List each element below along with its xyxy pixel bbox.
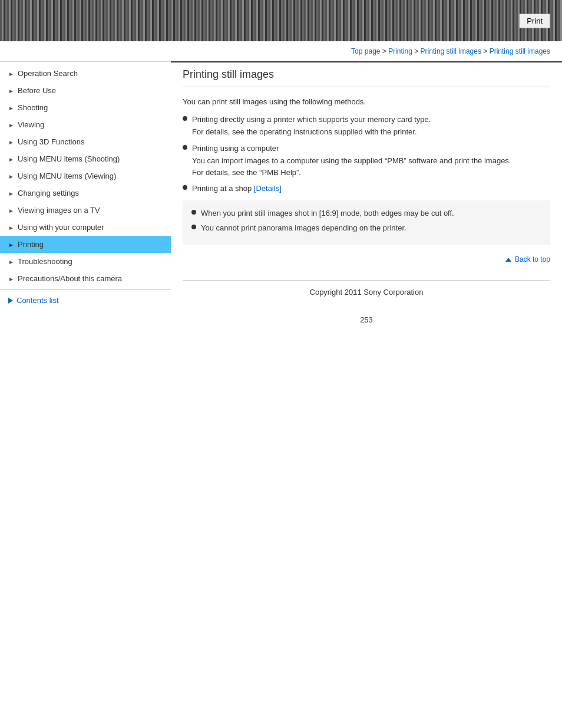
sidebar-label: Operation Search bbox=[18, 69, 78, 78]
sidebar-label: Before Use bbox=[18, 86, 56, 95]
sidebar-label: Using with your computer bbox=[18, 223, 104, 232]
bullet-dot bbox=[183, 145, 187, 150]
intro-text: You can print still images using the fol… bbox=[183, 96, 550, 108]
bullet-dot bbox=[183, 185, 187, 190]
methods-list: Printing directly using a printer which … bbox=[183, 114, 550, 195]
sidebar-label: Using MENU items (Shooting) bbox=[18, 154, 120, 163]
sidebar-label: Shooting bbox=[18, 103, 48, 112]
sidebar-label: Viewing images on a TV bbox=[18, 206, 100, 215]
copyright-text: Copyright 2011 Sony Corporation bbox=[310, 288, 424, 297]
sidebar-item-operation-search[interactable]: ► Operation Search bbox=[0, 65, 171, 82]
breadcrumb-sep3: > bbox=[483, 47, 489, 55]
sidebar-item-computer[interactable]: ► Using with your computer bbox=[0, 219, 171, 236]
arrow-icon: ► bbox=[8, 242, 14, 248]
breadcrumb-printing-still2[interactable]: Printing still images bbox=[490, 47, 550, 55]
sidebar-item-viewing-tv[interactable]: ► Viewing images on a TV bbox=[0, 202, 171, 219]
sidebar-item-precautions[interactable]: ► Precautions/About this camera bbox=[0, 270, 171, 287]
arrow-icon: ► bbox=[8, 122, 14, 128]
details-link[interactable]: [Details] bbox=[254, 184, 282, 193]
sidebar-label: Using MENU items (Viewing) bbox=[18, 172, 116, 180]
contents-list-link[interactable]: Contents list bbox=[0, 289, 171, 311]
back-to-top-label: Back to top bbox=[515, 255, 550, 263]
sidebar-item-troubleshooting[interactable]: ► Troubleshooting bbox=[0, 253, 171, 270]
sidebar-item-printing[interactable]: ► Printing bbox=[0, 236, 171, 253]
breadcrumb-sep1: > bbox=[382, 47, 388, 55]
arrow-icon: ► bbox=[8, 225, 14, 230]
arrow-icon: ► bbox=[8, 276, 14, 282]
footer: Copyright 2011 Sony Corporation bbox=[183, 280, 550, 304]
method-1: Printing directly using a printer which … bbox=[192, 114, 550, 138]
note-text-1: When you print still images shot in [16:… bbox=[201, 207, 454, 219]
back-to-top-link[interactable]: Back to top bbox=[505, 255, 550, 263]
page-title: Printing still images bbox=[183, 62, 550, 87]
arrow-icon: ► bbox=[8, 190, 14, 196]
sidebar: ► Operation Search ► Before Use ► Shooti… bbox=[0, 61, 171, 348]
page-number: 253 bbox=[183, 304, 550, 336]
list-item: Printing using a computer You can import… bbox=[183, 143, 550, 179]
triangle-icon bbox=[505, 258, 511, 262]
contents-list-label: Contents list bbox=[16, 296, 59, 305]
note-item-1: When you print still images shot in [16:… bbox=[191, 207, 541, 219]
arrow-icon: ► bbox=[8, 207, 14, 213]
sidebar-label: Troubleshooting bbox=[18, 257, 72, 266]
header-bar: Print bbox=[0, 0, 562, 41]
sidebar-item-shooting[interactable]: ► Shooting bbox=[0, 99, 171, 116]
breadcrumb-printing-still1[interactable]: Printing still images bbox=[421, 47, 481, 55]
sidebar-item-before-use[interactable]: ► Before Use bbox=[0, 82, 171, 99]
arrow-icon: ► bbox=[8, 259, 14, 265]
note-box: When you print still images shot in [16:… bbox=[183, 200, 550, 245]
print-button[interactable]: Print bbox=[519, 14, 550, 28]
sidebar-label: Changing settings bbox=[18, 189, 79, 197]
sidebar-item-viewing[interactable]: ► Viewing bbox=[0, 116, 171, 133]
sidebar-item-menu-viewing[interactable]: ► Using MENU items (Viewing) bbox=[0, 167, 171, 185]
arrow-icon: ► bbox=[8, 88, 14, 94]
note-text-2: You cannot print panorama images dependi… bbox=[201, 222, 406, 234]
sidebar-item-menu-shooting[interactable]: ► Using MENU items (Shooting) bbox=[0, 150, 171, 167]
main-layout: ► Operation Search ► Before Use ► Shooti… bbox=[0, 61, 562, 348]
method-2-sub: You can import images to a computer usin… bbox=[192, 155, 550, 178]
sidebar-item-3d-functions[interactable]: ► Using 3D Functions bbox=[0, 133, 171, 150]
breadcrumb: Top page > Printing > Printing still ima… bbox=[0, 41, 562, 61]
sidebar-label: Printing bbox=[18, 240, 44, 249]
arrow-icon: ► bbox=[8, 156, 14, 162]
arrow-icon: ► bbox=[8, 139, 14, 145]
arrow-icon: ► bbox=[8, 105, 14, 111]
bullet-dot bbox=[183, 116, 187, 121]
sidebar-item-changing-settings[interactable]: ► Changing settings bbox=[0, 185, 171, 202]
breadcrumb-printing[interactable]: Printing bbox=[388, 47, 412, 55]
sidebar-label: Precautions/About this camera bbox=[18, 274, 122, 283]
sidebar-label: Viewing bbox=[18, 120, 44, 129]
content-area: Printing still images You can print stil… bbox=[171, 61, 562, 348]
arrow-icon: ► bbox=[8, 71, 14, 77]
note-item-2: You cannot print panorama images dependi… bbox=[191, 222, 541, 234]
method-3: Printing at a shop [Details] bbox=[192, 183, 550, 195]
list-item: Printing at a shop [Details] bbox=[183, 183, 550, 195]
list-item: Printing directly using a printer which … bbox=[183, 114, 550, 138]
arrow-right-icon bbox=[8, 298, 13, 304]
note-dot bbox=[191, 225, 196, 229]
notes-list: When you print still images shot in [16:… bbox=[191, 207, 541, 234]
arrow-icon: ► bbox=[8, 173, 14, 179]
method-1-sub: For details, see the operating instructi… bbox=[192, 126, 550, 138]
method-2: Printing using a computer You can import… bbox=[192, 143, 550, 179]
back-to-top: Back to top bbox=[183, 251, 550, 268]
sidebar-label: Using 3D Functions bbox=[18, 137, 84, 146]
breadcrumb-top[interactable]: Top page bbox=[351, 47, 380, 55]
breadcrumb-sep2: > bbox=[414, 47, 420, 55]
note-dot bbox=[191, 210, 196, 215]
